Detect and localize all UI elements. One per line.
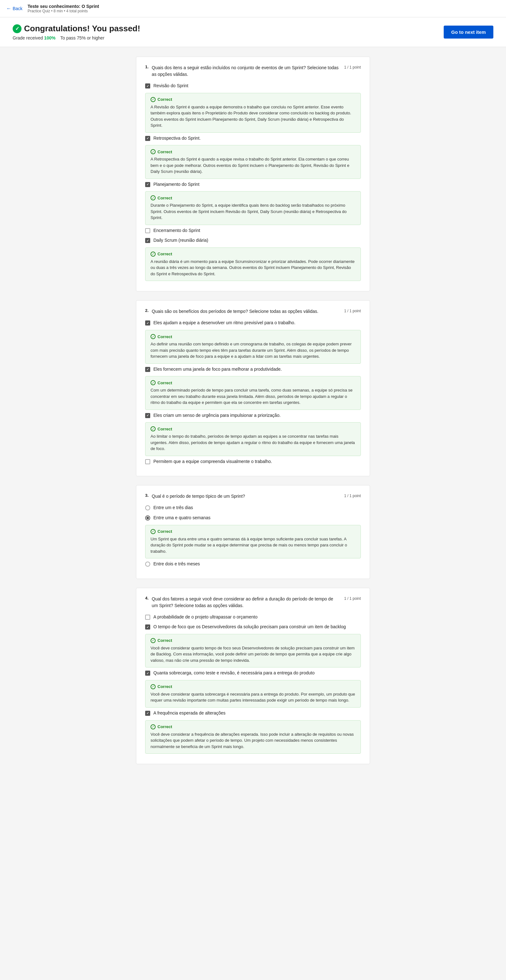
congrats-banner: ✓ Congratulations! You passed! Grade rec… (0, 18, 506, 47)
points-badge-3: 1 / 1 point (344, 494, 361, 498)
checkbox-icon-4-2: ✓ (145, 624, 150, 630)
questions-container: 1.Quais dos itens a seguir estão incluíd… (136, 57, 370, 764)
checkbox-icon-1-2: ✓ (145, 136, 150, 141)
feedback-text-4-3: Você deve considerar quanta sobrecarga é… (150, 691, 356, 703)
question-header-3: 3.Qual é o período de tempo típico de um… (145, 493, 361, 500)
back-button[interactable]: ← Back (6, 6, 22, 11)
option-row-4-1: A probabilidade de o projeto ultrapassar… (145, 614, 361, 620)
question-block-2: 2.Quais são os benefícios dos períodos d… (136, 300, 370, 476)
question-block-4: 4.Qual dos fatores a seguir você deve co… (136, 588, 370, 764)
option-row-4-3: ✓Quanta sobrecarga, como teste e revisão… (145, 670, 361, 676)
option-row-2-2: ✓Eles fornecem uma janela de foco para m… (145, 366, 361, 372)
option-row-1-2: ✓Retrospectiva do Sprint. (145, 135, 361, 142)
option-label-1-5: Daily Scrum (reunião diária) (153, 237, 208, 243)
checkbox-icon-1-4 (145, 228, 150, 233)
correct-icon-3-2: ✓ (150, 529, 156, 534)
grade-line: Grade received 100% To pass 75% or highe… (13, 35, 140, 40)
feedback-block-2-3: ✓CorrectAo limitar o tempo do trabalho, … (145, 422, 361, 456)
option-row-4-2: ✓O tempo de foco que os Desenvolvedores … (145, 624, 361, 630)
feedback-block-3-2: ✓CorrectUm Sprint que dura entre uma e q… (145, 525, 361, 559)
correct-icon-4-3: ✓ (150, 684, 156, 689)
grade-value: 100% (44, 35, 56, 40)
quiz-title-block: Teste seu conhecimento: O Sprint Practic… (27, 4, 99, 13)
feedback-correct-label-1-1: Correct (158, 97, 172, 102)
feedback-text-2-3: Ao limitar o tempo do trabalho, períodos… (150, 433, 356, 452)
feedback-correct-label-4-4: Correct (158, 724, 172, 729)
option-label-2-3: Eles criam um senso de urgência para imp… (153, 412, 281, 419)
feedback-block-4-4: ✓CorrectVocê deve considerar a frequênci… (145, 720, 361, 754)
option-label-1-3: Planejamento do Sprint (153, 181, 200, 188)
question-text-2: Quais são os benefícios dos períodos de … (152, 308, 339, 315)
option-label-2-4: Permitem que a equipe compreenda visualm… (153, 458, 272, 465)
checkbox-icon-2-1: ✓ (145, 320, 150, 326)
congrats-left: ✓ Congratulations! You passed! Grade rec… (13, 24, 140, 40)
checkbox-icon-2-3: ✓ (145, 413, 150, 418)
option-row-3-1: Entre um e três dias (145, 505, 361, 511)
option-row-2-1: ✓Eles ajudam a equipe a desenvolver um r… (145, 320, 361, 326)
back-label: Back (13, 6, 22, 11)
correct-icon-2-3: ✓ (150, 426, 156, 431)
pass-label: To pass (61, 35, 76, 40)
option-label-4-2: O tempo de foco que os Desenvolvedores d… (153, 624, 346, 630)
feedback-text-4-2: Você deve considerar quanto tempo de foc… (150, 645, 356, 663)
checkbox-icon-2-2: ✓ (145, 367, 150, 372)
feedback-text-1-5: A reunião diária é um momento para a equ… (150, 259, 356, 277)
feedback-correct-label-4-3: Correct (158, 684, 172, 689)
feedback-correct-label-1-2: Correct (158, 150, 172, 154)
radio-icon-3-2 (145, 515, 150, 520)
option-label-3-2: Entre uma e quatro semanas (153, 515, 211, 521)
correct-icon-2-2: ✓ (150, 380, 156, 385)
feedback-text-4-4: Você deve considerar a frequência de alt… (150, 731, 356, 750)
congrats-title-text: Congratulations! You passed! (24, 24, 140, 33)
back-arrow-icon: ← (6, 6, 11, 11)
option-row-1-5: ✓Daily Scrum (reunião diária) (145, 237, 361, 243)
correct-icon-1-1: ✓ (150, 97, 156, 102)
correct-icon-4-2: ✓ (150, 638, 156, 643)
question-num-1: 1. (145, 64, 148, 69)
feedback-text-2-2: Com um determinado período de tempo para… (150, 387, 356, 406)
feedback-block-2-1: ✓CorrectAo definir uma reunião com tempo… (145, 330, 361, 364)
feedback-text-2-1: Ao definir uma reunião com tempo definid… (150, 341, 356, 360)
option-label-2-1: Eles ajudam a equipe a desenvolver um ri… (153, 320, 295, 326)
congrats-title: ✓ Congratulations! You passed! (13, 24, 140, 33)
next-item-button[interactable]: Go to next item (444, 25, 493, 38)
feedback-block-4-2: ✓CorrectVocê deve considerar quanto temp… (145, 634, 361, 668)
feedback-correct-label-1-3: Correct (158, 196, 172, 200)
option-label-4-3: Quanta sobrecarga, como teste e revisão,… (153, 670, 314, 676)
question-block-3: 3.Qual é o período de tempo típico de um… (136, 485, 370, 579)
question-text-1: Quais dos itens a seguir estão incluídos… (152, 64, 339, 78)
pass-check-icon: ✓ (13, 24, 21, 33)
pass-value: 75% or higher (77, 35, 104, 40)
option-row-1-3: ✓Planejamento do Sprint (145, 181, 361, 188)
feedback-text-3-2: Um Sprint que dura entre uma e quatro se… (150, 536, 356, 555)
points-badge-4: 1 / 1 point (344, 597, 361, 601)
checkbox-icon-1-3: ✓ (145, 182, 150, 187)
feedback-block-1-5: ✓CorrectA reunião diária é um momento pa… (145, 247, 361, 281)
option-label-1-2: Retrospectiva do Sprint. (153, 135, 201, 142)
option-row-1-1: ✓Revisão do Sprint (145, 83, 361, 89)
checkbox-icon-4-1 (145, 615, 150, 620)
points-badge-2: 1 / 1 point (344, 309, 361, 313)
feedback-correct-label-1-5: Correct (158, 251, 172, 256)
radio-icon-3-3 (145, 562, 150, 566)
option-row-3-3: Entre dois e três meses (145, 561, 361, 567)
feedback-correct-label-2-1: Correct (158, 334, 172, 339)
quiz-meta: Practice Quiz • 8 min • 4 total points (27, 9, 99, 13)
quiz-title: Teste seu conhecimento: O Sprint (27, 4, 99, 9)
option-row-2-4: Permitem que a equipe compreenda visualm… (145, 458, 361, 465)
option-row-3-2: Entre uma e quatro semanas (145, 515, 361, 521)
question-block-1: 1.Quais dos itens a seguir estão incluíd… (136, 57, 370, 291)
question-header-1: 1.Quais dos itens a seguir estão incluíd… (145, 64, 361, 78)
top-nav: ← Back Teste seu conhecimento: O Sprint … (0, 0, 506, 18)
checkbox-icon-4-3: ✓ (145, 671, 150, 676)
question-text-3: Qual é o período de tempo típico de um S… (152, 493, 339, 500)
radio-icon-3-1 (145, 505, 150, 511)
correct-icon-4-4: ✓ (150, 724, 156, 729)
option-label-4-1: A probabilidade de o projeto ultrapassar… (153, 614, 257, 620)
correct-icon-1-5: ✓ (150, 251, 156, 257)
feedback-correct-label-2-3: Correct (158, 426, 172, 431)
question-text-4: Qual dos fatores a seguir você deve cons… (152, 596, 339, 609)
option-label-1-4: Encerramento do Sprint (153, 228, 200, 234)
feedback-correct-label-2-2: Correct (158, 380, 172, 385)
feedback-correct-label-3-2: Correct (158, 529, 172, 534)
